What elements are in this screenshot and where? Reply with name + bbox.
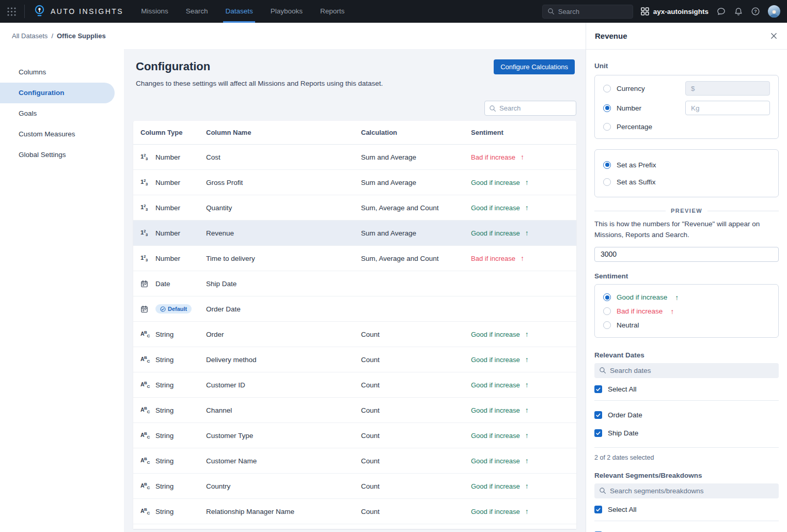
user-avatar[interactable] xyxy=(768,5,780,18)
bad-if-increase-option[interactable]: Bad if increase↑ xyxy=(603,307,770,316)
sentiment-text: Good if increase xyxy=(471,406,520,414)
breadcrumb-all-datasets[interactable]: All Datasets xyxy=(12,32,48,40)
column-name: Cost xyxy=(206,153,361,161)
column-header-column-type: Column Type xyxy=(140,129,206,136)
nav-item-playbooks[interactable]: Playbooks xyxy=(269,0,305,23)
sidebar-item-columns[interactable]: Columns xyxy=(0,62,124,83)
table-row-relationship-manager-name[interactable]: ABCStringRelationship Manager NameCountG… xyxy=(133,499,576,524)
calculation-value: Sum and Average xyxy=(361,229,471,237)
workspace[interactable]: ayx-autoinsights xyxy=(641,7,709,15)
nav-item-missions[interactable]: Missions xyxy=(139,0,170,23)
table-row-cost[interactable]: 123NumberCostSum and AverageBad if incre… xyxy=(133,145,576,170)
radio-label: Percentage xyxy=(617,123,652,131)
table-row-revenue[interactable]: 123NumberRevenueSum and AverageGood if i… xyxy=(133,221,576,246)
set-as-prefix-option[interactable]: Set as Prefix xyxy=(603,161,656,169)
currency-radio[interactable] xyxy=(603,85,611,92)
number-radio[interactable] xyxy=(603,104,611,112)
calculation-value: Sum, Average and Count xyxy=(361,255,471,262)
table-row-customer-id[interactable]: ABCStringCustomer IDCountGood if increas… xyxy=(133,372,576,398)
calculation-value: Count xyxy=(361,432,471,440)
checkbox-label: Select All xyxy=(608,506,637,513)
dates-selected-summary: 2 of 2 dates selected xyxy=(594,454,779,461)
checkbox-label: Ship Date xyxy=(608,429,638,437)
chat-icon[interactable] xyxy=(716,7,726,17)
column-name: Customer Type xyxy=(206,432,361,440)
order-date-option[interactable]: Order Date xyxy=(594,411,779,419)
order-date-checkbox[interactable] xyxy=(594,411,602,419)
sidebar-item-global-settings[interactable]: Global Settings xyxy=(0,145,124,165)
dates-search-input[interactable] xyxy=(610,367,774,374)
set-as-suffix-radio[interactable] xyxy=(603,178,611,186)
number-option[interactable]: Number xyxy=(603,104,641,112)
table-row-time-to-delivery[interactable]: 123NumberTime to deliverySum, Average an… xyxy=(133,246,576,271)
sentiment-value: Bad if increase↑ xyxy=(471,153,576,161)
sentiment-value: Good if increase↑ xyxy=(471,178,576,186)
breadcrumb-current: Office Supplies xyxy=(57,32,106,40)
nav-item-search[interactable]: Search xyxy=(184,0,210,23)
radio-label: Number xyxy=(617,104,641,112)
currency-unit-input[interactable] xyxy=(685,81,770,96)
unit-options-box: CurrencyNumberPercentage xyxy=(594,75,779,139)
global-search-input[interactable] xyxy=(558,8,628,15)
string-abc-icon: ABC xyxy=(140,381,151,389)
table-row-delivery-method[interactable]: ABCStringDelivery methodCountGood if inc… xyxy=(133,347,576,372)
table-row-order-date[interactable]: DefaultOrder Date xyxy=(133,296,576,322)
table-row-ship-date[interactable]: DateShip Date xyxy=(133,271,576,296)
dates-search[interactable] xyxy=(594,363,779,378)
select-all-checkbox[interactable] xyxy=(594,385,602,393)
sentiment-option-label: Neutral xyxy=(617,321,639,329)
table-row-customer-type[interactable]: ABCStringCustomer TypeCountGood if incre… xyxy=(133,423,576,448)
nav-item-reports[interactable]: Reports xyxy=(318,0,347,23)
table-row-country[interactable]: ABCStringCountryCountGood if increase↑ xyxy=(133,474,576,499)
table-row-order[interactable]: ABCStringOrderCountGood if increase↑ xyxy=(133,322,576,347)
select-all-option[interactable]: Select All xyxy=(594,506,779,513)
segments-search-input[interactable] xyxy=(610,487,774,495)
good-if-increase-radio[interactable] xyxy=(603,293,611,301)
column-type-label: Number xyxy=(155,255,180,262)
configure-calculations-button[interactable]: Configure Calculations xyxy=(494,59,575,74)
bell-icon[interactable] xyxy=(734,7,743,17)
sidebar-item-goals[interactable]: Goals xyxy=(0,103,124,124)
sentiment-text: Good if increase xyxy=(471,381,520,389)
percentage-option[interactable]: Percentage xyxy=(603,123,652,131)
neutral-radio[interactable] xyxy=(603,321,611,329)
currency-option[interactable]: Currency xyxy=(603,85,645,92)
sentiment-text: Good if increase xyxy=(471,508,520,515)
table-search-input[interactable] xyxy=(499,104,572,112)
table-row-quantity[interactable]: 123NumberQuantitySum, Average and CountG… xyxy=(133,195,576,221)
close-icon[interactable] xyxy=(769,32,778,40)
sidebar-item-custom-measures[interactable]: Custom Measures xyxy=(0,124,124,145)
select-all-option[interactable]: Select All xyxy=(594,385,779,393)
app-launcher-icon[interactable] xyxy=(0,7,24,17)
sidebar-item-configuration[interactable]: Configuration xyxy=(0,83,115,103)
help-icon[interactable]: ? xyxy=(751,7,760,16)
table-row-gross-profit[interactable]: 123NumberGross ProfitSum and AverageGood… xyxy=(133,170,576,195)
bad-if-increase-radio[interactable] xyxy=(603,307,611,315)
search-icon xyxy=(599,487,606,494)
table-row-customer-name[interactable]: ABCStringCustomer NameCountGood if incre… xyxy=(133,448,576,474)
column-type-label: Number xyxy=(155,179,180,186)
up-arrow-icon: ↑ xyxy=(525,178,529,186)
set-as-prefix-radio[interactable] xyxy=(603,161,611,169)
sentiment-option-label: Good if increase xyxy=(617,293,667,301)
global-search[interactable] xyxy=(542,5,633,19)
sentiment-text: Good if increase xyxy=(471,229,520,237)
sentiment-text: Good if increase xyxy=(471,432,520,440)
percentage-radio[interactable] xyxy=(603,123,611,131)
table-row-channel[interactable]: ABCStringChannelCountGood if increase↑ xyxy=(133,398,576,423)
number-unit-input[interactable] xyxy=(685,101,770,115)
set-as-suffix-option[interactable]: Set as Suffix xyxy=(603,178,656,186)
segments-search[interactable] xyxy=(594,483,779,498)
calculation-value: Count xyxy=(361,406,471,414)
ship-date-option[interactable]: Ship Date xyxy=(594,429,779,437)
nav-item-datasets[interactable]: Datasets xyxy=(223,0,255,23)
ship-date-checkbox[interactable] xyxy=(594,429,602,437)
calculation-value: Count xyxy=(361,457,471,465)
column-type-label: String xyxy=(155,331,174,338)
number-123-icon: 123 xyxy=(140,178,151,186)
neutral-option[interactable]: Neutral xyxy=(603,321,770,329)
select-all-checkbox[interactable] xyxy=(594,506,602,513)
table-search[interactable] xyxy=(484,101,576,116)
preview-value-input[interactable] xyxy=(594,247,779,262)
good-if-increase-option[interactable]: Good if increase↑ xyxy=(603,293,770,302)
